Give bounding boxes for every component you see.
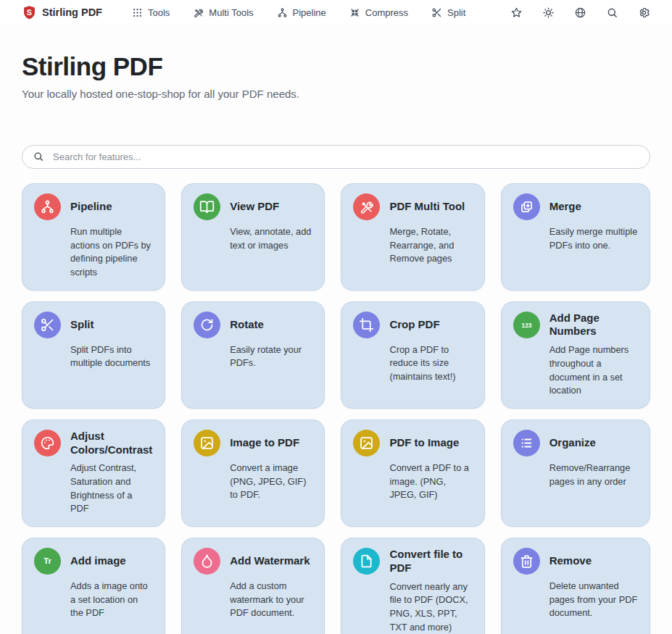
card-title: Convert file to PDF [389, 548, 472, 575]
card-description: Delete unwanted pages from your PDF docu… [549, 580, 638, 620]
svg-text:123: 123 [521, 322, 531, 329]
card-description: Convert a PDF to a image. (PNG, JPEG, GI… [389, 462, 472, 502]
feature-card-grid: Pipeline Run multiple actions on PDFs by… [22, 183, 650, 634]
hammer-wrench-icon [353, 193, 380, 220]
card-description: Adjust Contrast, Saturation and Brightne… [70, 462, 153, 516]
card-title: PDF Multi Tool [389, 200, 472, 214]
feature-card-image-to-pdf[interactable]: Image to PDF Convert a image (PNG, JPEG,… [181, 420, 325, 527]
nav-menu: Tools Multi Tools Pipeline Compress Spli… [124, 4, 473, 21]
card-title: Pipeline [70, 200, 153, 214]
stirling-shield-logo-icon: S [22, 5, 37, 20]
hammer-wrench-icon [193, 7, 204, 18]
nav-item-tools[interactable]: Tools [124, 4, 178, 21]
compress-arrows-icon [349, 7, 360, 18]
droplet-icon [194, 548, 220, 575]
card-title: Split [70, 318, 153, 332]
card-title: Organize [549, 436, 638, 450]
page-title: Stirling PDF [22, 52, 650, 81]
palette-icon [34, 430, 61, 456]
card-description: View, annotate, add text or images [230, 225, 312, 252]
feature-card-merge[interactable]: Merge Easily merge multiple PDFs into on… [501, 183, 650, 291]
scissors-icon [34, 312, 61, 338]
card-title: Rotate [230, 318, 312, 332]
nav-item-label: Tools [148, 7, 170, 18]
star-icon[interactable] [510, 7, 523, 19]
page-subtitle: Your locally hosted one-stop-shop for al… [22, 88, 650, 100]
nav-item-multi-tools[interactable]: Multi Tools [185, 4, 261, 21]
brand-home-link[interactable]: S Stirling PDF [22, 5, 102, 20]
card-description: Convert nearly any file to PDF (DOCX, PN… [389, 580, 472, 634]
brightness-icon[interactable] [542, 7, 555, 19]
feature-card-add-page-numbers[interactable]: 123 Add Page Numbers Add Page numbers th… [501, 301, 650, 409]
feature-card-remove[interactable]: Remove Delete unwanted pages from your P… [501, 538, 650, 634]
feature-card-crop-pdf[interactable]: Crop PDF Crop a PDF to reduce its size (… [341, 301, 484, 409]
scissors-icon [431, 7, 442, 18]
feature-card-add-watermark[interactable]: Add Watermark Add a custom watermark to … [181, 538, 325, 634]
card-description: Merge, Rotate, Rearrange, and Remove pag… [389, 225, 472, 266]
card-title: Adjust Colors/Contrast [70, 430, 153, 457]
image-icon [194, 430, 220, 456]
card-description: Crop a PDF to reduce its size (maintains… [389, 343, 472, 384]
card-title: Add Watermark [230, 554, 312, 568]
feature-card-pipeline[interactable]: Pipeline Run multiple actions on PDFs by… [22, 183, 165, 291]
card-title: Crop PDF [389, 318, 472, 332]
card-description: Easily rotate your PDFs. [230, 343, 312, 370]
card-title: View PDF [230, 200, 312, 214]
gear-icon[interactable] [638, 7, 650, 19]
navbar-actions [510, 7, 650, 19]
top-navbar: S Stirling PDF Tools Multi Tools Pipelin… [0, 0, 672, 25]
feature-card-organize[interactable]: Organize Remove/Rearrange pages in any o… [501, 420, 650, 527]
feature-card-view-pdf[interactable]: View PDF View, annotate, add text or ima… [181, 183, 325, 291]
search-icon[interactable] [606, 7, 618, 19]
bullet-list-icon [513, 430, 540, 456]
card-title: Remove [549, 554, 638, 568]
card-title: Merge [549, 200, 638, 214]
card-title: PDF to Image [389, 436, 472, 450]
feature-card-convert-file-to-pdf[interactable]: Convert file to PDF Convert nearly any f… [341, 538, 484, 634]
pipeline-icon [277, 7, 288, 18]
card-description: Run multiple actions on PDFs by defining… [70, 225, 153, 280]
card-description: Remove/Rearrange pages in any order [549, 462, 638, 488]
card-description: Add Page numbers throughout a document i… [549, 343, 638, 398]
image-icon [353, 430, 380, 456]
globe-icon[interactable] [574, 7, 586, 19]
card-description: Add a custom watermark to your PDF docum… [230, 580, 312, 620]
card-title: Add image [70, 554, 153, 568]
feature-card-rotate[interactable]: Rotate Easily rotate your PDFs. [181, 301, 325, 409]
feature-card-pdf-to-image[interactable]: PDF to Image Convert a PDF to a image. (… [341, 420, 484, 527]
book-open-icon [194, 193, 220, 220]
text-Tr-icon: Tr [34, 548, 61, 575]
feature-search-input[interactable] [22, 145, 650, 169]
trash-icon [513, 548, 540, 575]
file-icon [353, 548, 380, 575]
nav-item-label: Split [447, 7, 465, 18]
card-title: Image to PDF [230, 436, 312, 450]
card-description: Split PDFs into multiple documents [70, 343, 153, 370]
nav-item-label: Pipeline [293, 7, 326, 18]
crop-icon [353, 312, 380, 338]
nav-item-label: Multi Tools [209, 7, 253, 18]
hero-section: Stirling PDF Your locally hosted one-sto… [0, 25, 672, 100]
numbers-123-icon: 123 [513, 312, 540, 338]
pipeline-icon [34, 193, 61, 220]
grid-dots-icon [132, 7, 143, 18]
feature-card-adjust-colors-contrast[interactable]: Adjust Colors/Contrast Adjust Contrast, … [22, 420, 165, 527]
merge-pages-icon [513, 193, 540, 220]
nav-item-label: Compress [365, 7, 408, 18]
card-description: Adds a image onto a set location on the … [70, 580, 153, 620]
card-description: Easily merge multiple PDFs into one. [549, 225, 638, 252]
feature-search [22, 145, 650, 169]
brand-label: Stirling PDF [42, 7, 102, 18]
card-description: Convert a image (PNG, JPEG, GIF) to PDF. [230, 462, 312, 502]
card-title: Add Page Numbers [549, 312, 638, 339]
feature-card-add-image[interactable]: Tr Add image Adds a image onto a set loc… [22, 538, 165, 634]
nav-item-compress[interactable]: Compress [341, 4, 416, 21]
nav-item-split[interactable]: Split [423, 4, 473, 21]
svg-text:Tr: Tr [43, 557, 51, 566]
rotate-icon [194, 312, 220, 338]
feature-card-split[interactable]: Split Split PDFs into multiple documents [22, 301, 165, 409]
feature-card-pdf-multi-tool[interactable]: PDF Multi Tool Merge, Rotate, Rearrange,… [341, 183, 484, 291]
svg-text:S: S [27, 8, 32, 17]
nav-item-pipeline[interactable]: Pipeline [269, 4, 334, 21]
